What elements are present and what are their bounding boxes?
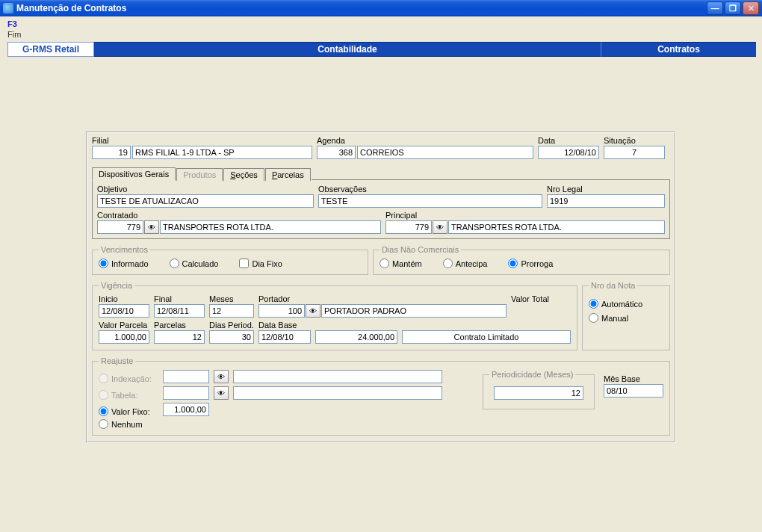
radio-manual[interactable]: Manual: [589, 313, 663, 323]
vencimentos-group: Vencimentos Informado Calculado Dia Fixo: [92, 245, 368, 275]
data-field[interactable]: [538, 146, 599, 159]
agenda-nome[interactable]: [357, 146, 533, 159]
nrolegal-field[interactable]: [547, 194, 665, 208]
data-label: Data: [538, 136, 599, 145]
final-label: Final: [154, 294, 205, 303]
indexacao-lookup-button[interactable]: 👁: [214, 370, 229, 383]
mesbase-field[interactable]: [604, 384, 663, 398]
tab-produtos[interactable]: Produtos: [176, 168, 223, 181]
radio-valorfixo[interactable]: Valor Fixo:: [99, 406, 158, 416]
valortotal-label: Valor Total: [511, 294, 571, 303]
reajuste-legend: Reajuste: [99, 356, 135, 365]
radio-tabela[interactable]: Tabela:: [99, 390, 158, 400]
contratado-num[interactable]: [97, 220, 143, 234]
vigencia-group: Vigência Inicio Final Meses Portador 👁 V…: [92, 281, 577, 350]
objetivo-field[interactable]: [97, 194, 314, 208]
radio-antecipa[interactable]: Antecipa: [443, 259, 488, 268]
meses-field[interactable]: [209, 304, 254, 318]
binoculars-icon: 👁: [309, 307, 317, 315]
nronota-legend: Nro da Nota: [589, 281, 637, 290]
ribbon-module: Contabilidade: [94, 42, 601, 57]
binoculars-icon: 👁: [217, 373, 225, 381]
window-title: Manutenção de Contratos: [16, 3, 707, 13]
ribbon-section: Contratos: [601, 42, 756, 57]
valorparcela-field[interactable]: [99, 330, 149, 344]
radio-calculado[interactable]: Calculado: [170, 259, 219, 268]
tab-parcelas[interactable]: Parcelas: [265, 168, 311, 181]
tab-secoes[interactable]: Seções: [223, 168, 264, 181]
periodicidade-legend: Periodicidade (Meses): [489, 370, 575, 379]
principal-label: Principal: [385, 211, 665, 220]
dias-legend: Dias Não Comerciais: [380, 245, 461, 254]
valorparcela-label: Valor Parcela: [99, 321, 149, 330]
situacao-field[interactable]: [604, 146, 665, 159]
portador-nome[interactable]: [321, 304, 507, 318]
inicio-field[interactable]: [99, 304, 149, 318]
tab-dispositivos-gerais[interactable]: Dispositivos Gerais: [92, 167, 176, 181]
valorfixo-field[interactable]: [163, 403, 209, 416]
principal-num[interactable]: [385, 220, 432, 234]
diasperiod-label: Dias Period.: [209, 321, 254, 330]
indexacao-num[interactable]: [163, 370, 209, 383]
tabela-num[interactable]: [163, 386, 209, 400]
observacoes-label: Observações: [318, 185, 542, 194]
radio-prorroga[interactable]: Prorroga: [508, 259, 553, 268]
mesbase-label: Mês Base: [604, 374, 663, 383]
menu-f3[interactable]: F3: [7, 19, 22, 28]
maximize-button[interactable]: ❐: [725, 1, 741, 15]
menu-fim[interactable]: Fim: [7, 30, 27, 39]
periodicidade-field[interactable]: [494, 386, 583, 400]
database-label: Data Base: [258, 321, 311, 330]
parcelas-field[interactable]: [154, 330, 205, 344]
contrato-limitado-field[interactable]: [402, 330, 571, 344]
form-container: Filial Agenda Data Situação Dispositivos…: [86, 132, 676, 443]
situacao-label: Situação: [604, 136, 665, 145]
nrolegal-label: Nro Legal: [547, 185, 665, 194]
filial-nome[interactable]: [132, 146, 312, 159]
minimize-button[interactable]: —: [707, 1, 723, 15]
observacoes-field[interactable]: [318, 194, 542, 208]
radio-informado[interactable]: Informado: [99, 259, 149, 268]
filial-label: Filial: [92, 136, 312, 145]
portador-label: Portador: [258, 294, 507, 303]
nronota-group: Nro da Nota Automático Manual: [582, 281, 670, 350]
objetivo-label: Objetivo: [97, 185, 314, 194]
tab-strip: Dispositivos Gerais Produtos Seções Parc…: [92, 167, 670, 180]
inicio-label: Inicio: [99, 294, 149, 303]
ribbon-bar: G-RMS Retail Contabilidade Contratos: [7, 42, 756, 57]
diasperiod-field[interactable]: [209, 330, 254, 344]
indexacao-desc[interactable]: [233, 370, 442, 383]
portador-lookup-button[interactable]: 👁: [306, 304, 320, 318]
radio-indexacao[interactable]: Indexação:: [99, 374, 158, 383]
close-button[interactable]: ✕: [743, 1, 759, 15]
parcelas-label: Parcelas: [154, 321, 205, 330]
final-field[interactable]: [154, 304, 205, 318]
database-field[interactable]: [258, 330, 311, 344]
radio-nenhum[interactable]: Nenhum: [99, 419, 158, 429]
meses-label: Meses: [209, 294, 254, 303]
menu-bar: F3 Fim G-RMS Retail Contabilidade Contra…: [0, 16, 762, 57]
radio-automatico[interactable]: Automático: [589, 299, 663, 309]
contratado-label: Contratado: [97, 211, 381, 220]
app-icon: [3, 3, 13, 13]
dias-nao-comerciais-group: Dias Não Comerciais Mantém Antecipa Pror…: [373, 245, 670, 275]
tabela-desc[interactable]: [233, 386, 442, 400]
tab-body: Objetivo Observações Nro Legal Contratad…: [92, 180, 670, 239]
portador-num[interactable]: [258, 304, 305, 318]
filial-num[interactable]: [92, 146, 131, 159]
ribbon-app-name: G-RMS Retail: [7, 42, 94, 57]
valortotal-field[interactable]: [315, 330, 397, 344]
principal-nome[interactable]: [448, 220, 665, 234]
check-diafixo[interactable]: Dia Fixo: [239, 259, 282, 268]
reajuste-group: Reajuste Indexação: 👁 Tabela: 👁 Valor Fi…: [92, 356, 670, 436]
binoculars-icon: 👁: [436, 223, 444, 232]
tabela-lookup-button[interactable]: 👁: [214, 386, 229, 400]
agenda-label: Agenda: [317, 136, 533, 145]
radio-mantem[interactable]: Mantém: [380, 259, 422, 268]
principal-lookup-button[interactable]: 👁: [433, 220, 447, 234]
contratado-lookup-button[interactable]: 👁: [144, 220, 159, 234]
window-titlebar: Manutenção de Contratos — ❐ ✕: [0, 0, 762, 16]
contratado-nome[interactable]: [160, 220, 381, 234]
binoculars-icon: 👁: [148, 223, 155, 232]
agenda-num[interactable]: [317, 146, 356, 159]
